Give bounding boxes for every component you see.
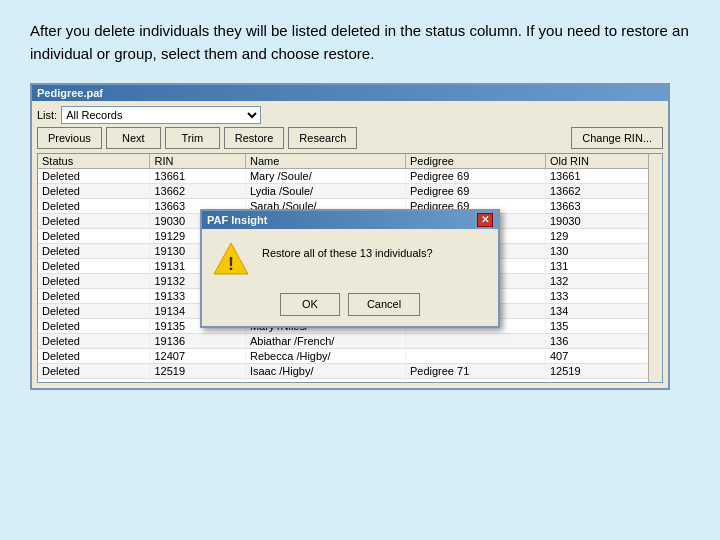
dialog-titlebar: PAF Insight ✕ — [202, 211, 498, 229]
window-titlebar: Pedigree.paf — [32, 85, 668, 101]
dialog-close-button[interactable]: ✕ — [477, 213, 493, 227]
intro-paragraph: After you delete individuals they will b… — [30, 20, 690, 65]
dialog-message: Restore all of these 13 individuals? — [262, 241, 433, 262]
list-select[interactable]: All Records — [61, 106, 261, 124]
previous-button[interactable]: Previous — [37, 127, 102, 149]
list-row: List: All Records — [37, 106, 663, 124]
paf-insight-dialog: PAF Insight ✕ ! Restore all — [200, 209, 500, 328]
restore-button[interactable]: Restore — [224, 127, 285, 149]
dialog-body: ! Restore all of these 13 individuals? — [202, 229, 498, 289]
next-button[interactable]: Next — [106, 127, 161, 149]
list-label: List: — [37, 109, 57, 121]
window-title: Pedigree.paf — [37, 87, 103, 99]
dialog-button-row: OK Cancel — [202, 289, 498, 326]
records-table-wrapper: Status RIN Name Pedigree Old RIN Deleted… — [37, 153, 663, 383]
change-rin-button[interactable]: Change RIN... — [571, 127, 663, 149]
window-body: List: All Records Previous Next Trim Res… — [32, 101, 668, 388]
main-window: Pedigree.paf List: All Records Previous … — [30, 83, 670, 390]
research-button[interactable]: Research — [288, 127, 357, 149]
dialog-title: PAF Insight — [207, 214, 267, 226]
trim-button[interactable]: Trim — [165, 127, 220, 149]
warning-icon: ! — [212, 241, 250, 279]
dialog-cancel-button[interactable]: Cancel — [348, 293, 420, 316]
button-bar: Previous Next Trim Restore Research Chan… — [37, 127, 663, 149]
dialog-overlay: PAF Insight ✕ ! Restore all — [38, 154, 662, 382]
dialog-ok-button[interactable]: OK — [280, 293, 340, 316]
warning-triangle-svg: ! — [212, 240, 250, 278]
svg-text:!: ! — [228, 254, 234, 274]
